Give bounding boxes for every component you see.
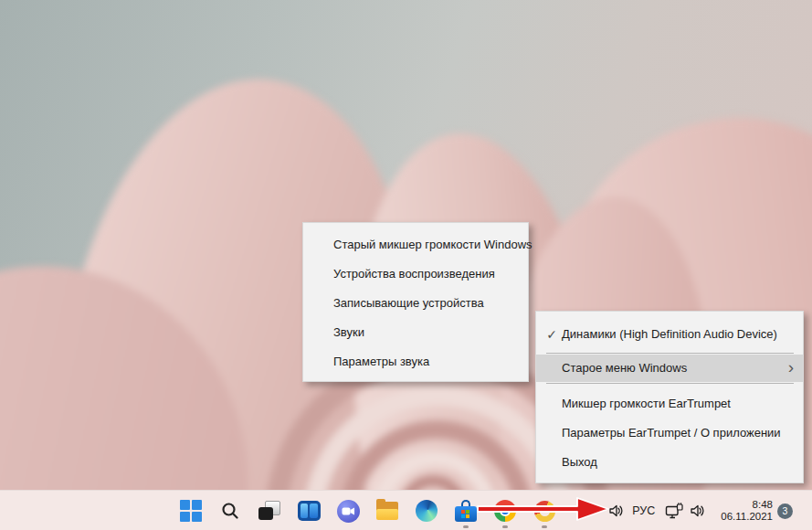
search-button[interactable] xyxy=(212,493,248,529)
menu-item-label: Старое меню Windows xyxy=(562,361,687,375)
speaker-icon xyxy=(689,503,706,519)
menu-separator xyxy=(546,353,794,354)
snap-panes-button[interactable] xyxy=(290,493,327,529)
edge-button[interactable] xyxy=(408,493,445,529)
edge-icon xyxy=(416,500,438,522)
desktop: Старый микшер громкости Windows Устройст… xyxy=(0,0,812,530)
clock[interactable]: 8:48 06.11.2021 xyxy=(721,499,773,524)
taskbar: РУС 8:48 xyxy=(0,490,812,530)
menu-item-playback-devices[interactable]: Устройства воспроизведения xyxy=(303,260,528,289)
task-view-button[interactable] xyxy=(251,493,288,529)
snap-panes-icon xyxy=(298,501,321,521)
microsoft-store-icon xyxy=(455,500,477,522)
menu-item-old-volume-mixer[interactable]: Старый микшер громкости Windows xyxy=(303,230,528,260)
annotation-arrow xyxy=(475,495,612,523)
network-tray-icon[interactable] xyxy=(665,493,684,529)
start-button[interactable] xyxy=(173,493,209,529)
system-tray: РУС 8:48 xyxy=(607,491,812,530)
folder-icon xyxy=(376,502,398,520)
chat-camera-icon xyxy=(337,500,360,523)
checkmark-icon: ✓ xyxy=(543,317,560,352)
ethernet-icon xyxy=(665,503,684,520)
file-explorer-button[interactable] xyxy=(369,493,406,529)
menu-item-speakers-device[interactable]: ✓ Динамики (High Definition Audio Device… xyxy=(536,317,803,352)
clock-time: 8:48 xyxy=(753,499,773,512)
submenu-chevron-icon: › xyxy=(788,355,794,380)
eartrumpet-context-menu: ✓ Динамики (High Definition Audio Device… xyxy=(535,311,804,483)
menu-item-label: Динамики (High Definition Audio Device) xyxy=(562,327,777,341)
windows-logo-icon xyxy=(180,500,202,522)
menu-item-recording-devices[interactable]: Записывающие устройства xyxy=(303,289,528,318)
task-view-icon xyxy=(258,500,280,522)
language-indicator[interactable]: РУС xyxy=(632,493,655,529)
menu-item-eartrumpet-mixer[interactable]: Микшер громкости EarTrumpet xyxy=(536,389,803,419)
menu-item-exit[interactable]: Выход xyxy=(536,448,803,477)
menu-item-eartrumpet-settings[interactable]: Параметры EarTrumpet / О приложении xyxy=(536,419,803,448)
chat-button[interactable] xyxy=(330,493,366,529)
volume-tray-icon[interactable] xyxy=(689,493,706,529)
menu-item-legacy-windows-menu[interactable]: Старое меню Windows › xyxy=(536,355,803,382)
notification-count-badge[interactable]: 3 xyxy=(777,504,793,519)
menu-separator xyxy=(546,383,794,384)
clock-date: 06.11.2021 xyxy=(721,511,773,524)
menu-item-sounds[interactable]: Звуки xyxy=(303,318,528,347)
audio-context-menu: Старый микшер громкости Windows Устройст… xyxy=(302,222,529,382)
menu-item-sound-settings[interactable]: Параметры звука xyxy=(303,347,528,376)
search-icon xyxy=(220,501,240,521)
